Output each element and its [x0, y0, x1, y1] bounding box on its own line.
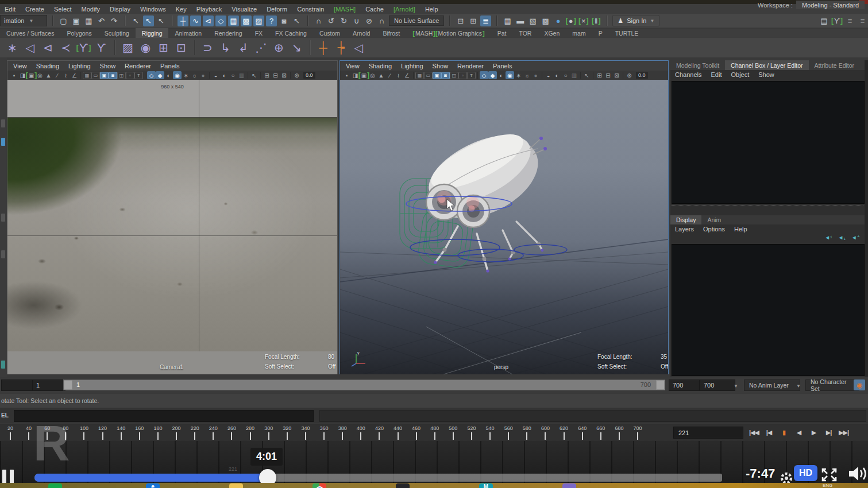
- image-plane-icon[interactable]: [▣]: [360, 71, 368, 79]
- sign-in-button[interactable]: ♟Sign In▼: [612, 15, 659, 26]
- greyscale-icon[interactable]: ▥: [237, 71, 246, 79]
- shelf-tab-rendering[interactable]: Rendering: [208, 28, 248, 38]
- aim-constraint-icon[interactable]: ⊕: [271, 40, 287, 56]
- render-current-frame-icon[interactable]: ⊞: [468, 16, 479, 26]
- tab-modeling-toolkit[interactable]: Modeling Toolkit: [670, 60, 725, 70]
- xray-active-icon[interactable]: ⊠: [612, 71, 621, 79]
- viewport-menu-panels[interactable]: Panels: [160, 63, 180, 69]
- brush-icon[interactable]: ≀: [61, 71, 70, 79]
- menu-modify[interactable]: Modify: [82, 6, 100, 13]
- gate-mask-icon[interactable]: ◙: [109, 72, 117, 79]
- grease-pencil-icon[interactable]: ∕: [53, 71, 61, 79]
- app-purple-icon[interactable]: [562, 483, 576, 488]
- left-viewport-exposure-value[interactable]: 0.0: [303, 72, 315, 79]
- safe-title-icon[interactable]: T: [134, 72, 143, 79]
- snap-texture-icon[interactable]: ▨: [253, 16, 264, 26]
- shelf-tab-arnold[interactable]: Arnold: [346, 28, 376, 38]
- pole-vector-icon[interactable]: ↘: [289, 40, 304, 56]
- grease-pencil-icon[interactable]: ∕: [385, 71, 394, 79]
- stacked-panels-icon[interactable]: ▤: [819, 16, 830, 26]
- grid-toggle-icon[interactable]: ▦: [83, 72, 91, 79]
- mel-label[interactable]: EL: [1, 412, 9, 419]
- snap-view-plane-icon[interactable]: ▦: [228, 16, 239, 26]
- point-constraint-icon[interactable]: ↳: [218, 40, 233, 56]
- internet-explorer-icon[interactable]: e: [146, 483, 160, 488]
- snap-grid-icon[interactable]: ┼: [178, 16, 188, 26]
- menu-create[interactable]: Create: [25, 6, 44, 13]
- insert-joint-icon[interactable]: ≺: [58, 40, 74, 56]
- viewport-menu-view[interactable]: View: [346, 63, 360, 69]
- shelf-tab-bifrost[interactable]: Bifrost: [376, 28, 406, 38]
- xray-active-icon[interactable]: ⊠: [280, 71, 288, 79]
- xray-joints-icon[interactable]: ⊟: [604, 71, 612, 79]
- menu-deform[interactable]: Deform: [267, 6, 287, 13]
- screen-space-ao-icon[interactable]: ☼: [523, 71, 531, 79]
- windows-taskbar[interactable]: ENG eM: [0, 483, 868, 488]
- menu-cache[interactable]: Cache: [365, 6, 384, 13]
- motion-blur-icon[interactable]: ●: [531, 71, 540, 79]
- chevron-down-icon[interactable]: ▼: [734, 384, 738, 389]
- render-globe-icon[interactable]: ●: [553, 16, 564, 26]
- add-influence-icon[interactable]: ┼: [315, 40, 331, 56]
- edit-membership-icon[interactable]: ┾: [333, 40, 349, 56]
- film-gate-icon[interactable]: ▭: [91, 72, 100, 79]
- select-component-icon[interactable]: ↖: [143, 16, 154, 26]
- viewport-menu-renderer[interactable]: Renderer: [125, 63, 151, 69]
- menu-windows[interactable]: Windows: [140, 6, 166, 13]
- shelf-tab-turtle[interactable]: TURTLE: [609, 28, 645, 38]
- channel-box-area[interactable]: [672, 81, 865, 204]
- resolution-gate-icon[interactable]: ▣: [100, 72, 109, 79]
- viewport-menu-show[interactable]: Show: [433, 63, 449, 69]
- shelf-tab-fx[interactable]: FX: [249, 28, 269, 38]
- shelf-tab-custom[interactable]: Custom: [313, 28, 346, 38]
- shadows-icon[interactable]: ∗: [514, 71, 523, 79]
- select-object-icon[interactable]: ↖: [130, 16, 141, 26]
- viewport-menu-renderer[interactable]: Renderer: [457, 63, 484, 69]
- layer-tab-display[interactable]: Display: [670, 215, 701, 224]
- render-sequence-icon[interactable]: ▩: [540, 16, 551, 26]
- no-live-surface-field[interactable]: No Live Surface: [389, 16, 444, 26]
- right-viewport-exposure-value[interactable]: 0.0: [636, 72, 648, 79]
- layer-menu-layers[interactable]: Layers: [675, 226, 694, 233]
- range-start-handle[interactable]: [64, 380, 72, 390]
- panel-divider[interactable]: [672, 205, 863, 206]
- safe-action-icon[interactable]: ▫: [458, 72, 467, 79]
- shelf-tab-curves-surfaces[interactable]: Curves / Surfaces: [0, 28, 60, 38]
- resolution-gate-icon[interactable]: ▣: [433, 72, 441, 79]
- toolbox-mark[interactable]: [1, 361, 5, 369]
- save-scene-icon[interactable]: ▦: [83, 16, 94, 26]
- isolate-select-icon[interactable]: ↖: [582, 71, 591, 79]
- create-joint-icon[interactable]: ∗: [5, 40, 20, 56]
- menu-key[interactable]: Key: [176, 6, 187, 13]
- grid-toggle-icon[interactable]: ▦: [415, 72, 424, 79]
- snap-projected-center-icon[interactable]: ◇: [215, 16, 226, 26]
- shelf-tab-mash[interactable]: [ MASH ][ Motion Graphics ]: [406, 28, 491, 38]
- layer-tab-anim[interactable]: Anim: [701, 215, 727, 224]
- shelf-tab-mam[interactable]: mam: [566, 28, 592, 38]
- exposure-icon[interactable]: ◒: [544, 71, 553, 79]
- shaded-icon[interactable]: ◆: [488, 71, 497, 79]
- sculpt-icon[interactable]: ∠: [70, 71, 79, 79]
- bind-skin-icon[interactable]: ▨: [120, 40, 136, 56]
- shaded-icon[interactable]: ◆: [156, 71, 164, 79]
- chrome-icon[interactable]: [313, 483, 326, 488]
- animation-start-field[interactable]: [1, 379, 34, 391]
- menu-playback[interactable]: Playback: [196, 6, 222, 13]
- chevron-down-icon[interactable]: ▼: [796, 384, 801, 389]
- viewport-menu-shading[interactable]: Shading: [369, 63, 392, 69]
- view-transform-icon[interactable]: ○: [229, 71, 237, 79]
- textured-icon[interactable]: ◐: [164, 71, 173, 79]
- humanik-character-icon[interactable]: [ϒ]: [76, 40, 91, 56]
- range-slider[interactable]: 1 700: [63, 379, 665, 390]
- history-hook-4-icon[interactable]: ∪: [351, 16, 362, 26]
- go-to-start-button[interactable]: |◀◀: [747, 426, 761, 439]
- snap-point-icon[interactable]: ⊲: [203, 16, 214, 26]
- step-back-key-button[interactable]: ▮: [777, 426, 791, 439]
- shelf-tab-sculpting[interactable]: Sculpting: [98, 28, 136, 38]
- menu-visualize[interactable]: Visualize: [232, 6, 257, 13]
- shelf-tab-p[interactable]: P: [592, 28, 609, 38]
- character-set-dropdown[interactable]: No Character Set: [805, 379, 859, 391]
- undo-icon[interactable]: ↶: [96, 16, 107, 26]
- make-live-icon[interactable]: ▩: [241, 16, 252, 26]
- toolbox-mark[interactable]: [1, 250, 5, 258]
